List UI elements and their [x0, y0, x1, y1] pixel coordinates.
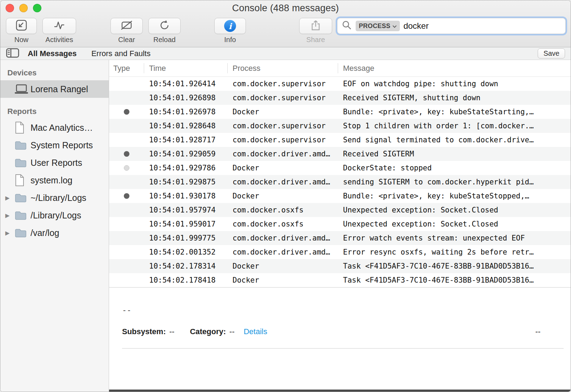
subsystem-value: -- [169, 327, 175, 336]
row-process-cell: Docker [228, 108, 338, 116]
row-process-cell: com.docker.driver.amd… [228, 178, 338, 186]
row-process-cell: com.docker.supervisor [228, 136, 338, 144]
window-title: Console (488 messages) [232, 3, 339, 14]
search-field[interactable]: PROCESS [337, 18, 566, 34]
sidebar: Devices ▶ Lorena Rangel Reports ▶ Mac An… [0, 60, 109, 392]
share-button[interactable]: Share [299, 18, 332, 44]
column-header-time[interactable]: Time [144, 60, 228, 76]
row-time-cell: 10:54:01.930178 [144, 192, 228, 200]
row-process-cell: Docker [228, 164, 338, 172]
search-icon [342, 20, 352, 32]
row-process-cell: com.docker.supervisor [228, 80, 338, 88]
sidebar-report-item[interactable]: ▶ User Reports [0, 154, 109, 171]
sidebar-report-item[interactable]: ▶ Mac Analytics… [0, 119, 109, 136]
category-value: -- [229, 327, 235, 336]
clear-button[interactable]: Clear [110, 18, 143, 44]
row-message-cell: sending SIGTERM to com.docker.hyperkit p… [338, 178, 571, 186]
table-row[interactable]: 10:54:02.178314 Docker Task <F41D5AF3-7C… [109, 259, 571, 273]
row-time-cell: 10:54:01.959017 [144, 220, 228, 228]
folder-icon [14, 140, 31, 150]
row-process-cell: com.docker.osxfs [228, 220, 338, 228]
table-row[interactable]: 10:54:01.928648 com.docker.supervisor St… [109, 119, 571, 133]
activities-icon [53, 19, 66, 33]
details-link[interactable]: Details [244, 327, 267, 336]
document-icon [14, 121, 31, 134]
clear-label: Clear [110, 36, 143, 44]
disclosure-triangle-icon[interactable]: ▶ [5, 195, 14, 201]
sidebar-item-label: ~/Library/Logs [31, 193, 89, 203]
clear-icon [120, 19, 133, 33]
table-row[interactable]: 10:54:01.930178 Docker Bundle: <private>… [109, 189, 571, 203]
row-process-cell: com.docker.driver.amd… [228, 248, 338, 256]
info-button[interactable]: Info [214, 18, 246, 44]
activities-label: Activities [42, 36, 76, 44]
table-row[interactable]: 10:54:01.959017 com.docker.osxfs Unexpec… [109, 217, 571, 231]
row-message-cell: Received SIGTERM, shutting down [338, 94, 571, 102]
row-process-cell: Docker [228, 276, 338, 284]
detail-divider [122, 348, 564, 349]
tab-errors-and-faults[interactable]: Errors and Faults [91, 49, 150, 58]
reload-label: Reload [148, 36, 181, 44]
row-message-cell: Bundle: <private>, key: kubeStateStopped… [338, 192, 571, 200]
now-button[interactable]: Now [6, 18, 37, 44]
sidebar-toggle-button[interactable] [6, 48, 19, 59]
search-token-label: PROCESS [359, 22, 390, 30]
row-message-cell: Error watch events stream: unexpected EO… [338, 234, 571, 242]
search-filter-token[interactable]: PROCESS [356, 21, 400, 31]
sidebar-item-device[interactable]: ▶ Lorena Rangel [0, 80, 109, 98]
disclosure-triangle-icon[interactable]: ▶ [5, 230, 14, 236]
sidebar-report-item[interactable]: ▶ /var/log [0, 224, 109, 242]
column-header-message[interactable]: Message [338, 60, 571, 76]
row-message-cell: Send signal terminated to com.docker.dri… [338, 136, 571, 144]
table-row[interactable]: 10:54:01.957974 com.docker.osxfs Unexpec… [109, 203, 571, 217]
table-row[interactable]: 10:54:02.178418 Docker Task <F41D5AF3-7C… [109, 273, 571, 287]
row-message-cell: Received SIGTERM [338, 150, 571, 158]
sidebar-item-label: System Reports [31, 140, 96, 150]
row-time-cell: 10:54:02.178314 [144, 262, 228, 270]
row-time-cell: 10:54:01.929786 [144, 164, 228, 172]
zoom-button[interactable] [33, 4, 41, 12]
activities-button[interactable]: Activities [42, 18, 76, 44]
table-row[interactable]: 10:54:01.999775 com.docker.driver.amd… E… [109, 231, 571, 245]
row-time-cell: 10:54:01.929875 [144, 178, 228, 186]
detail-pane: -- Subsystem: -- Category: -- Details -- [109, 288, 571, 349]
search-input[interactable] [403, 21, 561, 31]
table-row[interactable]: 10:54:01.926414 com.docker.supervisor EO… [109, 77, 571, 91]
table-row[interactable]: 10:54:01.929786 Docker DockerState: stop… [109, 161, 571, 175]
tab-all-messages[interactable]: All Messages [28, 49, 76, 58]
table-row[interactable]: 10:54:01.926898 com.docker.supervisor Re… [109, 91, 571, 105]
laptop-icon [14, 84, 31, 94]
row-time-cell: 10:54:01.929059 [144, 150, 228, 158]
category-label: Category: [190, 327, 226, 336]
chevron-down-icon [392, 22, 397, 30]
table-body: 10:54:01.926414 com.docker.supervisor EO… [109, 77, 571, 288]
row-message-cell: Unexpected exception: Socket.Closed [338, 206, 571, 214]
sidebar-reports-list: ▶ Mac Analytics… ▶ System Reports ▶ User… [0, 119, 109, 242]
sidebar-report-item[interactable]: ▶ system.log [0, 171, 109, 189]
info-icon [224, 20, 236, 32]
log-level-dot-icon [124, 151, 129, 157]
sidebar-report-item[interactable]: ▶ System Reports [0, 136, 109, 154]
traffic-lights [6, 4, 41, 12]
minimize-button[interactable] [19, 4, 28, 12]
row-time-cell: 10:54:01.926414 [144, 80, 228, 88]
column-header-process[interactable]: Process [228, 60, 338, 76]
info-label: Info [214, 36, 246, 44]
sidebar-report-item[interactable]: ▶ /Library/Logs [0, 207, 109, 224]
table-row[interactable]: 10:54:01.929059 com.docker.driver.amd… R… [109, 147, 571, 161]
close-button[interactable] [6, 4, 14, 12]
table-row[interactable]: 10:54:01.928717 com.docker.supervisor Se… [109, 133, 571, 147]
reload-button[interactable]: Reload [148, 18, 181, 44]
table-row[interactable]: 10:54:01.929875 com.docker.driver.amd… s… [109, 175, 571, 189]
sidebar-report-item[interactable]: ▶ ~/Library/Logs [0, 189, 109, 207]
table-row[interactable]: 10:54:01.926978 Docker Bundle: <private>… [109, 105, 571, 119]
now-label: Now [6, 36, 37, 44]
column-header-type[interactable]: Type [109, 60, 144, 76]
save-button[interactable]: Save [538, 48, 565, 59]
row-message-cell: Task <F41D5AF3-7C10-467E-83BB-91BAD0D53B… [338, 262, 571, 270]
row-type-cell [109, 151, 144, 157]
disclosure-triangle-icon[interactable]: ▶ [5, 212, 14, 219]
log-level-dot-icon [124, 109, 129, 115]
table-row[interactable]: 10:54:02.001352 com.docker.driver.amd… E… [109, 245, 571, 259]
row-process-cell: Docker [228, 192, 338, 200]
